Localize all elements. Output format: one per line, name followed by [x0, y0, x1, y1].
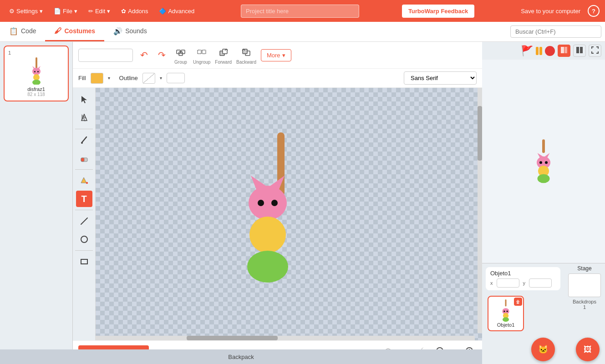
character-svg [229, 132, 329, 296]
text-tool-button[interactable]: T [76, 191, 92, 207]
group-tool[interactable]: Group [173, 46, 188, 65]
stop-button[interactable] [545, 46, 555, 56]
x-label: x [490, 280, 493, 286]
svg-rect-44 [564, 47, 567, 53]
svg-point-57 [503, 311, 505, 312]
backward-label: Backward [236, 60, 256, 65]
eraser-tool-button[interactable] [76, 150, 92, 167]
redo-button[interactable]: ↷ [155, 48, 168, 62]
forward-tool[interactable]: Forward [215, 46, 232, 65]
svg-rect-11 [198, 50, 201, 54]
svg-point-5 [37, 71, 39, 72]
pause-bar-2 [539, 47, 542, 55]
svg-point-32 [258, 200, 264, 206]
canvas-container [96, 88, 482, 340]
costume-name-label: disfraz1 [8, 86, 64, 92]
layout-fullscreen-button[interactable] [589, 45, 601, 57]
search-input[interactable] [510, 25, 601, 38]
file-icon: 📄 [54, 8, 61, 15]
layout-split-button[interactable] [573, 45, 586, 57]
costume-name-input[interactable]: disfraz1 [78, 49, 133, 62]
select-tool-button[interactable] [76, 91, 92, 108]
svg-point-52 [545, 161, 548, 164]
y-input[interactable]: 0 [529, 278, 552, 288]
costume-size-label: 82 x 118 [8, 92, 64, 97]
pause-button[interactable] [536, 47, 542, 55]
edit-chevron-icon: ▾ [107, 8, 110, 15]
svg-rect-46 [580, 47, 583, 53]
svg-rect-24 [86, 182, 88, 184]
font-select[interactable]: Sans Serif Serif Handwriting Curly Marke… [404, 71, 477, 85]
text-tool-icon: T [81, 194, 86, 203]
ungroup-tool[interactable]: Ungroup [193, 46, 210, 65]
svg-rect-12 [202, 50, 206, 54]
edit-button[interactable]: ✏ Edit ▾ [85, 6, 114, 16]
backpack-label: Backpack [228, 354, 254, 360]
addons-icon: ✿ [121, 8, 126, 15]
more-button[interactable]: More ▾ [261, 49, 291, 61]
reshape-tool-button[interactable] [76, 110, 92, 126]
scroll-thumb-vertical [478, 106, 482, 161]
svg-point-35 [247, 251, 288, 283]
svg-line-25 [81, 218, 87, 224]
file-chevron-icon: ▾ [74, 8, 77, 15]
sprite-item[interactable]: 🗑 Objeto1 [488, 296, 524, 331]
fill-tool-button[interactable] [76, 172, 92, 189]
svg-rect-47 [542, 139, 545, 153]
right-panel: 🚩 [482, 42, 605, 364]
fill-dropdown-icon[interactable]: ▾ [108, 76, 110, 81]
tab-sounds[interactable]: 🔊 Sounds [104, 22, 156, 41]
canvas-tools-row: T [73, 88, 482, 340]
line-tool-button[interactable] [76, 213, 92, 229]
fill-color-swatch[interactable] [91, 73, 103, 84]
green-flag-button[interactable]: 🚩 [521, 45, 533, 57]
svg-point-6 [33, 74, 40, 81]
rect-tool-button[interactable] [76, 253, 92, 270]
settings-button[interactable]: ⚙ Settings ▾ [5, 6, 46, 16]
fill-outline-bar: Fill ▾ Outline ▾ 0 Sans Serif Serif Hand… [73, 69, 482, 88]
stage-title-label: Stage [577, 265, 591, 272]
backward-button[interactable] [239, 46, 254, 59]
layout-editor-button[interactable] [558, 45, 570, 57]
canvas-horizontal-scrollbar[interactable] [96, 336, 475, 340]
tab-code[interactable]: 📋 Code [0, 22, 45, 41]
brush-tool-button[interactable] [76, 132, 92, 148]
help-button[interactable]: ? [588, 5, 600, 17]
save-button[interactable]: Save to your computer [517, 6, 584, 16]
file-button[interactable]: 📄 File ▾ [50, 6, 81, 16]
canvas-vertical-scrollbar[interactable] [478, 88, 482, 333]
outline-dropdown-icon[interactable]: ▾ [160, 76, 162, 81]
outline-value-input[interactable]: 0 [167, 73, 185, 83]
svg-point-58 [507, 311, 508, 312]
backward-tool[interactable]: Backward [236, 46, 256, 65]
costumes-tab-icon: 🖌 [54, 27, 61, 35]
x-input[interactable]: 0 [497, 278, 519, 288]
costume-number: 1 [8, 50, 64, 56]
svg-rect-0 [36, 57, 37, 69]
outline-color-swatch[interactable] [142, 73, 155, 84]
tab-costumes[interactable]: 🖌 Costumes [45, 22, 104, 41]
svg-point-60 [503, 317, 509, 322]
undo-button[interactable]: ↶ [137, 48, 151, 62]
advanced-button[interactable]: 🔷 Advanced [155, 6, 198, 16]
ungroup-button[interactable] [194, 46, 209, 59]
backpack-bar[interactable]: Backpack [0, 349, 482, 364]
project-title-input[interactable] [241, 5, 359, 18]
svg-rect-43 [561, 47, 564, 53]
svg-point-21 [81, 142, 83, 144]
svg-point-54 [538, 174, 550, 183]
addons-button[interactable]: ✿ Addons [117, 6, 152, 16]
stage-thumbnail[interactable] [568, 273, 601, 297]
canvas-background[interactable] [96, 88, 482, 340]
sprite-delete-button[interactable]: 🗑 [514, 298, 522, 306]
add-sprite-button[interactable]: 🐱 [531, 338, 555, 361]
group-button[interactable] [173, 46, 188, 59]
add-backdrop-button[interactable]: 🖼 [576, 338, 600, 361]
costume-item[interactable]: 1 disfraz1 82 x [4, 46, 69, 101]
turbowarp-feedback-button[interactable]: TurboWarp Feedback [402, 5, 474, 18]
forward-button[interactable] [216, 46, 231, 59]
svg-rect-23 [81, 158, 84, 162]
top-bar: ⚙ Settings ▾ 📄 File ▾ ✏ Edit ▾ ✿ Addons … [0, 0, 605, 22]
tool-separator-2 [75, 169, 93, 170]
circle-tool-button[interactable] [76, 231, 92, 248]
